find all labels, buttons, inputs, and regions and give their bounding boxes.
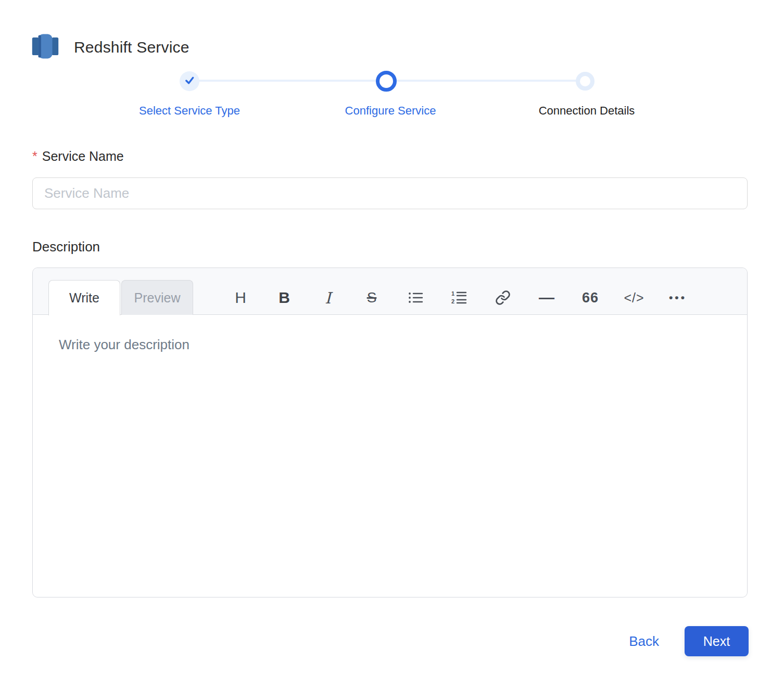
- tab-preview[interactable]: Preview: [121, 280, 193, 315]
- step-label-configure-service[interactable]: Configure Service: [345, 104, 436, 118]
- svg-text:2: 2: [451, 298, 454, 304]
- quote-icon[interactable]: 66: [578, 288, 603, 308]
- editor-toolbar: H B I S 1 2: [228, 288, 690, 308]
- page-title: Redshift Service: [74, 39, 189, 56]
- horizontal-rule-icon[interactable]: —: [534, 288, 559, 308]
- back-button[interactable]: Back: [629, 633, 659, 650]
- link-icon[interactable]: [490, 288, 515, 308]
- editor-write-area: [33, 315, 747, 597]
- page-header: Redshift Service: [31, 31, 189, 63]
- step-connection-details[interactable]: [576, 72, 595, 91]
- service-name-label: *Service Name: [32, 149, 124, 164]
- step-label-select-service-type[interactable]: Select Service Type: [139, 104, 240, 118]
- step-label-connection-details: Connection Details: [539, 104, 635, 118]
- editor-toolbar-bar: Write Preview H B I S: [33, 268, 747, 315]
- check-icon: [184, 75, 195, 88]
- step-configure-service[interactable]: [376, 71, 397, 92]
- bold-icon[interactable]: B: [272, 288, 297, 308]
- required-marker: *: [32, 149, 37, 163]
- bullet-list-icon[interactable]: [403, 288, 428, 308]
- italic-icon[interactable]: I: [315, 288, 340, 308]
- redshift-icon: [31, 31, 59, 63]
- numbered-list-icon[interactable]: 1 2: [447, 288, 472, 308]
- service-name-input[interactable]: [32, 177, 748, 209]
- step-select-service-type[interactable]: [180, 71, 199, 91]
- editor-tabs: Write Preview: [48, 280, 193, 315]
- heading-icon[interactable]: H: [228, 288, 253, 308]
- description-textarea[interactable]: [33, 315, 747, 597]
- description-editor: Write Preview H B I S: [32, 268, 748, 597]
- next-button[interactable]: Next: [685, 626, 749, 656]
- code-icon[interactable]: </>: [622, 288, 647, 308]
- svg-text:1: 1: [451, 290, 454, 297]
- tab-write[interactable]: Write: [48, 280, 120, 315]
- more-options-icon[interactable]: •••: [665, 288, 690, 308]
- description-label: Description: [32, 239, 100, 255]
- wizard-footer: Back Next: [629, 626, 749, 656]
- configure-service-page: Redshift Service Select Service Type Con…: [0, 0, 784, 687]
- strikethrough-icon[interactable]: S: [359, 288, 384, 308]
